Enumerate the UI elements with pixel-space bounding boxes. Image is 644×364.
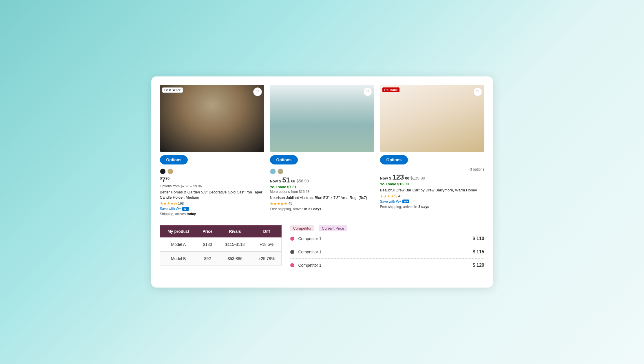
price-line-1: $796 <box>160 176 264 184</box>
row1-diff: +18.5% <box>252 237 281 252</box>
more-options-2: More options from $15.53 <box>270 190 374 194</box>
best-seller-badge: Best seller <box>162 87 183 93</box>
comp-name-2: Competitor 1 <box>298 250 473 254</box>
review-count-2: 45 <box>289 202 292 206</box>
review-count-3: 41 <box>398 194 402 198</box>
shipping-info-1: Shipping, arrives today <box>160 212 264 216</box>
options-button-3[interactable]: Options <box>380 155 408 164</box>
comp-dot-3 <box>290 263 294 267</box>
price-cents-2: 68 <box>291 179 295 183</box>
legend-competitor: Competitor <box>290 225 315 231</box>
swatch-tan-2[interactable] <box>278 169 283 174</box>
table-row: Model A $180 $115-$118 +18.5% <box>160 237 281 252</box>
wishlist-button-1[interactable]: ♡ <box>253 87 262 96</box>
competitor-chart: Competitor Current Price Competitor 1 $ … <box>290 225 484 276</box>
shipping-text-3: Free shipping, arrives <box>380 205 415 209</box>
products-row: Best seller ♡ Options $796 Options from … <box>160 85 484 216</box>
you-save-3: You save $16.00 <box>380 182 484 186</box>
table-row: Model B $92 $53-$86 +25.78% <box>160 252 281 266</box>
legend-current-price: Current Price <box>319 225 347 231</box>
product-image-2: ♡ <box>270 85 374 152</box>
wishlist-button-2[interactable]: ♡ <box>363 87 372 96</box>
options-from-1: Options from $7.96 – $9.96 <box>160 184 264 188</box>
bottom-section: My product Price Rivals Diff Model A $18… <box>160 225 484 276</box>
stars-wrap-2: ★★★★★ 45 <box>270 202 374 206</box>
price-dollars-2: $ <box>279 179 281 183</box>
chart-line-1 <box>290 245 484 245</box>
table-header-diff: Diff <box>252 226 281 237</box>
price-line-3: Now $ 12300 $139.00 <box>380 173 484 181</box>
candle-image <box>160 85 264 152</box>
legend-current-label: Current Price <box>319 225 347 231</box>
row2-price: $92 <box>197 252 218 266</box>
swatch-black-1[interactable] <box>160 169 166 174</box>
wplus-badge-1: W+ <box>182 207 189 211</box>
competitor-row-3: Competitor 1 $ 120 <box>290 263 484 268</box>
shipping-text-2: Free shipping, arrives <box>270 207 304 211</box>
table-header-my-product: My product <box>160 226 197 237</box>
chart-legend: Competitor Current Price <box>290 225 484 231</box>
row1-price: $180 <box>197 237 218 252</box>
save-with-w-label-1: Save with W+ <box>160 207 181 211</box>
product-card-2: ♡ Options Now $ 5168 $58.99 You save $7.… <box>270 85 374 216</box>
save-with-w-label-3: Save with W+ <box>380 200 402 204</box>
competitor-row-1: Competitor 1 $ 110 <box>290 236 484 241</box>
swatch-gold-1[interactable] <box>167 169 173 174</box>
shipping-text-1: Shipping, arrives <box>160 212 187 216</box>
rug-image <box>270 85 374 152</box>
color-swatches-2 <box>270 169 374 174</box>
product-title-2: Nourison Jubilant Abstract Blue 5'3" x 7… <box>270 195 374 200</box>
comp-name-3: Competitor 1 <box>298 263 473 268</box>
price-sup-1: $ <box>160 176 162 180</box>
price-cents-1: 96 <box>165 176 169 180</box>
price-dollars-3: $ <box>389 176 391 180</box>
price-was-3: $139.00 <box>411 176 425 180</box>
chart-line-2 <box>290 258 484 259</box>
comp-name-1: Competitor 1 <box>298 236 473 241</box>
swatch-blue-2[interactable] <box>270 169 276 174</box>
comp-dot-1 <box>290 237 294 241</box>
cart-image <box>380 85 484 152</box>
shipping-info-3: Free shipping, arrives in 2 days <box>380 205 484 209</box>
price-main-3: 123 <box>392 173 404 181</box>
save-with-w-3[interactable]: Save with W+ W+ <box>380 200 484 204</box>
comp-price-1: $ 110 <box>472 236 484 241</box>
row2-product: Model B <box>160 252 197 266</box>
product-card-3: Rollback ♡ Options +3 options Now $ 1230… <box>380 85 484 216</box>
table-header-rivals: Rivals <box>218 226 252 237</box>
legend-competitor-label: Competitor <box>290 225 315 231</box>
main-container: Best seller ♡ Options $796 Options from … <box>151 76 493 288</box>
price-now-label-2: Now <box>270 179 278 183</box>
comp-table: My product Price Rivals Diff Model A $18… <box>160 225 282 266</box>
shipping-bold-3: in 2 days <box>414 205 429 209</box>
rollback-badge: Rollback <box>382 87 400 92</box>
wishlist-button-3[interactable]: ♡ <box>473 87 482 96</box>
stars-2: ★★★★★ <box>270 202 287 206</box>
shipping-info-2: Free shipping, arrives in 3+ days <box>270 207 374 211</box>
shipping-bold-2: in 3+ days <box>304 207 321 211</box>
stars-wrap-1: ★★★★½ 198 <box>160 201 264 206</box>
options-button-2[interactable]: Options <box>270 155 298 164</box>
options-button-1[interactable]: Options <box>160 155 188 164</box>
price-main-1: $796 <box>160 176 170 184</box>
price-now-label-3: Now <box>380 176 388 180</box>
row1-rivals: $115-$118 <box>218 237 252 252</box>
shipping-bold-1: today <box>187 212 196 216</box>
comparison-table: My product Price Rivals Diff Model A $18… <box>160 225 282 276</box>
you-save-2: You save $7.31 <box>270 185 374 189</box>
stars-wrap-3: ★★★★½ 41 <box>380 194 484 198</box>
row1-product: Model A <box>160 237 197 252</box>
comp-price-3: $ 120 <box>472 263 484 268</box>
color-swatches-1 <box>160 169 264 174</box>
comp-price-2: $ 115 <box>472 249 484 255</box>
product-image-3: Rollback ♡ <box>380 85 484 152</box>
row2-rivals: $53-$86 <box>218 252 252 266</box>
price-cents-3: 00 <box>405 176 409 180</box>
product-image-1: Best seller ♡ <box>160 85 264 152</box>
save-with-w-1[interactable]: Save with W+ W+ <box>160 207 264 211</box>
competitor-row-2: Competitor 1 $ 115 <box>290 249 484 255</box>
stars-1: ★★★★½ <box>160 201 177 206</box>
wplus-badge-3: W+ <box>402 200 409 203</box>
stars-3: ★★★★½ <box>380 194 397 198</box>
price-was-2: $58.99 <box>296 179 309 183</box>
